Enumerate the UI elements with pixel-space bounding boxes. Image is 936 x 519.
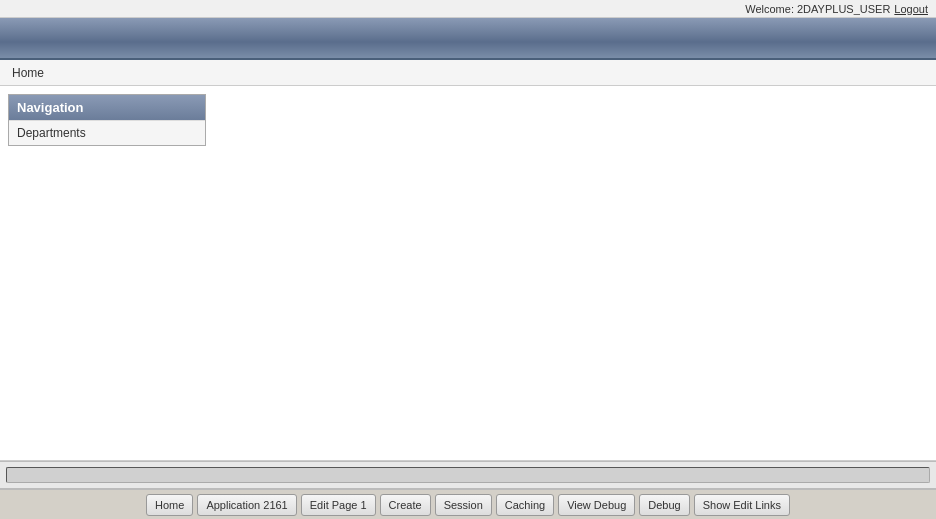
debug-button[interactable]: Debug: [639, 494, 689, 516]
header-banner: [0, 18, 936, 60]
show-edit-links-button[interactable]: Show Edit Links: [694, 494, 790, 516]
status-bar-inner: [6, 467, 930, 483]
main-content: Navigation Departments: [0, 86, 936, 461]
logout-link[interactable]: Logout: [894, 3, 928, 15]
application-button[interactable]: Application 2161: [197, 494, 296, 516]
breadcrumb-home[interactable]: Home: [12, 66, 44, 80]
footer-toolbar: Home Application 2161 Edit Page 1 Create…: [0, 489, 936, 519]
status-bar: [0, 461, 936, 489]
caching-button[interactable]: Caching: [496, 494, 554, 516]
navigation-departments-item[interactable]: Departments: [9, 120, 205, 145]
session-button[interactable]: Session: [435, 494, 492, 516]
home-button[interactable]: Home: [146, 494, 193, 516]
breadcrumb-bar: Home: [0, 60, 936, 86]
edit-page-button[interactable]: Edit Page 1: [301, 494, 376, 516]
view-debug-button[interactable]: View Debug: [558, 494, 635, 516]
navigation-widget: Navigation Departments: [8, 94, 206, 146]
top-bar: Welcome: 2DAYPLUS_USER Logout: [0, 0, 936, 18]
welcome-text: Welcome: 2DAYPLUS_USER: [745, 3, 890, 15]
create-button[interactable]: Create: [380, 494, 431, 516]
navigation-widget-header: Navigation: [9, 95, 205, 120]
